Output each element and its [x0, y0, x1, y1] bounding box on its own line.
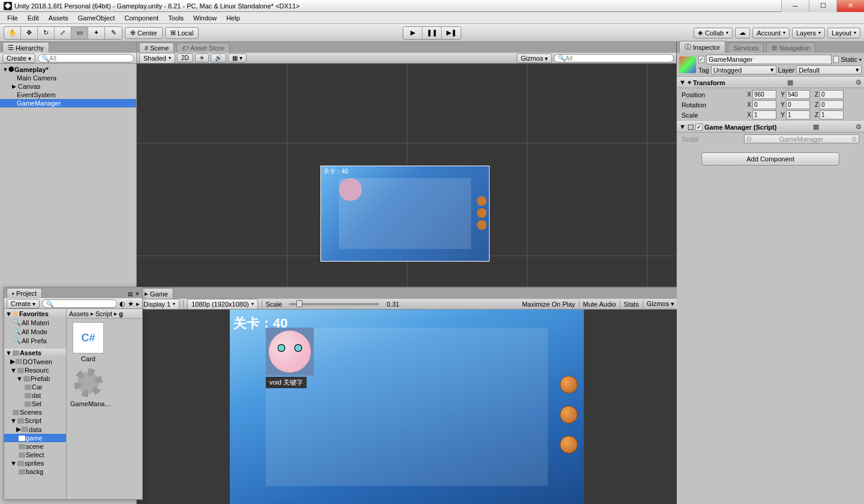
- game-info-button[interactable]: [560, 436, 578, 454]
- rotation-y-field[interactable]: [786, 100, 810, 109]
- game-gizmos-dropdown[interactable]: Gizmos ▾: [647, 300, 674, 308]
- game-scale-slider[interactable]: [289, 303, 379, 305]
- project-create-button[interactable]: Create ▾: [7, 299, 40, 308]
- folder-item[interactable]: ▼Script: [4, 416, 66, 425]
- move-tool[interactable]: ✥: [21, 27, 38, 39]
- step-button[interactable]: ▶❚: [442, 27, 461, 39]
- scene-2d-toggle[interactable]: 2D: [177, 53, 193, 62]
- scene-lighting-toggle[interactable]: ☀: [195, 53, 209, 62]
- project-filter-icon[interactable]: ★: [128, 300, 134, 308]
- hierarchy-search[interactable]: 🔍 All: [38, 54, 134, 62]
- hierarchy-item[interactable]: Main Camera: [0, 74, 136, 82]
- window-minimize-button[interactable]: ─: [781, 0, 809, 12]
- layers-dropdown[interactable]: Layers ▾: [792, 28, 825, 38]
- scale-x-field[interactable]: [752, 110, 776, 119]
- scene-search[interactable]: 🔍 All: [554, 54, 674, 62]
- game-menu-button[interactable]: [560, 376, 578, 394]
- play-button[interactable]: ▶: [403, 27, 422, 39]
- position-x-field[interactable]: [752, 90, 776, 99]
- scene-fx-toggle[interactable]: ▦ ▾: [228, 53, 247, 62]
- tag-dropdown[interactable]: Untagged▾: [711, 65, 776, 74]
- menu-edit[interactable]: Edit: [23, 13, 44, 23]
- menu-window[interactable]: Window: [188, 13, 221, 23]
- rotate-tool[interactable]: ↻: [38, 27, 55, 39]
- folder-item[interactable]: Car: [4, 383, 66, 391]
- hierarchy-create-button[interactable]: Create ▾: [2, 53, 35, 63]
- menu-assets[interactable]: Assets: [44, 13, 73, 23]
- favorites-header[interactable]: ▼★Favorites: [4, 309, 66, 318]
- rotation-z-field[interactable]: [820, 100, 844, 109]
- menu-file[interactable]: File: [2, 13, 23, 23]
- transform-component-header[interactable]: ▼ ⌖ Transform ▦ ⚙: [677, 77, 864, 88]
- hand-tool[interactable]: ✋: [4, 27, 21, 39]
- game-maximize-toggle[interactable]: Maximize On Play: [522, 301, 575, 308]
- pause-button[interactable]: ❚❚: [422, 27, 442, 39]
- cloud-button[interactable]: ☁: [735, 28, 750, 38]
- favorites-item[interactable]: 🔍All Mode: [4, 327, 66, 336]
- project-filter-icon[interactable]: ◐: [119, 300, 125, 308]
- scene-shading-dropdown[interactable]: Shaded ▾: [139, 53, 175, 64]
- scale-z-field[interactable]: [820, 110, 844, 119]
- layout-dropdown[interactable]: Layout ▾: [827, 28, 860, 38]
- layer-dropdown[interactable]: Default▾: [796, 65, 862, 74]
- game-tab[interactable]: ▸ Game: [139, 288, 173, 299]
- hierarchy-scene-root[interactable]: ▼⬢ Gameplay*: [0, 65, 136, 74]
- game-music-button[interactable]: [560, 406, 578, 424]
- navigation-tab[interactable]: ⊞ Navigation: [766, 42, 815, 53]
- script-component-header[interactable]: ▼ ⬚ ✓ Game Manager (Script) ▦ ⚙: [677, 121, 864, 133]
- scene-audio-toggle[interactable]: 🔊: [211, 53, 226, 62]
- rect-tool[interactable]: ▭: [71, 27, 88, 39]
- folder-item[interactable]: Sel: [4, 400, 66, 408]
- script-reference-field[interactable]: ⊡ GameManager⊙: [744, 134, 859, 143]
- scene-canvas-rect[interactable]: 关卡：40: [320, 166, 490, 262]
- game-card[interactable]: [266, 328, 314, 376]
- window-close-button[interactable]: ✕: [836, 0, 864, 12]
- custom-tool[interactable]: ✎: [105, 27, 122, 39]
- hierarchy-item[interactable]: ▶Canvas: [0, 82, 136, 91]
- scene-canvas[interactable]: 关卡：40: [137, 64, 676, 287]
- folder-item[interactable]: ▶DOTween: [4, 357, 66, 366]
- folder-item[interactable]: ▼sprites: [4, 459, 66, 467]
- scale-tool[interactable]: ⤢: [55, 27, 71, 39]
- transform-settings-icon[interactable]: ⚙: [856, 79, 862, 86]
- asset-store-tab[interactable]: 🏷 Asset Store: [176, 43, 230, 53]
- static-checkbox[interactable]: [833, 56, 839, 63]
- hierarchy-item-selected[interactable]: GameManager: [0, 99, 136, 107]
- folder-item[interactable]: Select: [4, 451, 66, 459]
- collab-dropdown[interactable]: ◈ Collab ▾: [694, 28, 733, 38]
- asset-item[interactable]: C# Card: [70, 322, 106, 362]
- transform-tool[interactable]: ✦: [88, 27, 105, 39]
- gameobject-name-field[interactable]: [706, 55, 832, 64]
- script-enabled-checkbox[interactable]: ✓: [695, 124, 703, 131]
- game-stats-toggle[interactable]: Stats: [624, 301, 639, 308]
- transform-help-icon[interactable]: ▦: [787, 79, 793, 86]
- gameobject-icon[interactable]: [679, 56, 696, 73]
- asset-item[interactable]: GameMana…: [70, 367, 106, 407]
- game-canvas[interactable]: 关卡：40 void 关键字: [137, 310, 677, 504]
- game-resolution-dropdown[interactable]: 1080p (1920x1080) ▾: [187, 299, 257, 310]
- folder-item[interactable]: dat: [4, 391, 66, 400]
- scale-y-field[interactable]: [786, 110, 810, 119]
- pivot-local-toggle[interactable]: ⊞ Local: [165, 27, 199, 39]
- scene-side-button[interactable]: [477, 220, 487, 230]
- project-breadcrumb[interactable]: Assets ▸ Script ▸ g: [67, 309, 142, 319]
- folder-item[interactable]: scene: [4, 442, 66, 451]
- menu-tools[interactable]: Tools: [163, 13, 188, 23]
- project-tab[interactable]: ▪ Project: [7, 288, 42, 298]
- position-z-field[interactable]: [820, 90, 844, 99]
- project-panel-options-icon[interactable]: ▤ ✕: [125, 290, 142, 298]
- hierarchy-item[interactable]: EventSystem: [0, 91, 136, 99]
- menu-gameobject[interactable]: GameObject: [73, 13, 120, 23]
- folder-item[interactable]: backg: [4, 467, 66, 476]
- scene-side-button[interactable]: [477, 196, 487, 206]
- inspector-tab[interactable]: ⓘ Inspector: [679, 41, 725, 53]
- script-help-icon[interactable]: ▦: [813, 123, 819, 131]
- pivot-center-toggle[interactable]: ⊕ Center: [125, 27, 163, 39]
- game-mute-toggle[interactable]: Mute Audio: [583, 301, 616, 308]
- folder-item[interactable]: Scenes: [4, 408, 66, 416]
- scene-side-button[interactable]: [477, 208, 487, 218]
- scene-gizmos-dropdown[interactable]: Gizmos ▾: [517, 53, 552, 63]
- menu-help[interactable]: Help: [221, 13, 245, 23]
- gameobject-active-checkbox[interactable]: ✓: [698, 56, 704, 63]
- folder-item[interactable]: ▶data: [4, 425, 66, 434]
